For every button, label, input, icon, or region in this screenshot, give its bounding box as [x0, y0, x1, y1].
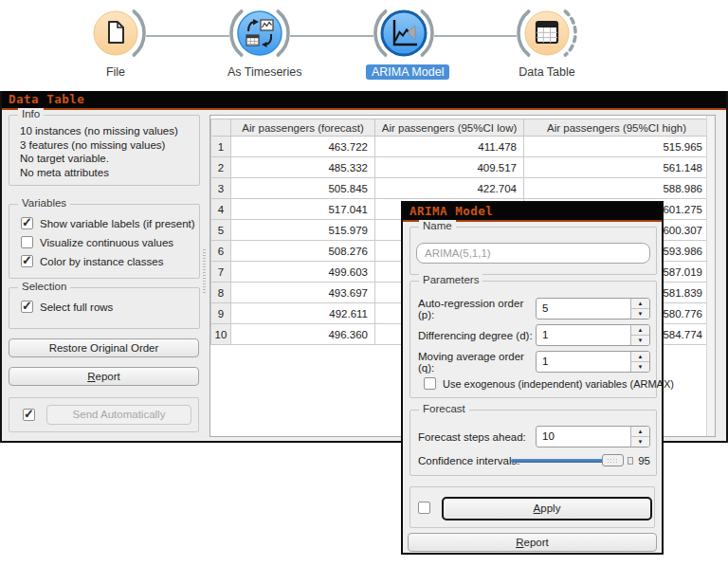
auto-regression-label: Auto-regression order (p):	[418, 298, 536, 320]
cell-forecast[interactable]: 508.276	[231, 241, 375, 262]
row-header[interactable]: 2	[211, 157, 231, 178]
cell-forecast[interactable]: 499.603	[231, 262, 375, 283]
data-table-window-titlebar[interactable]: Data Table	[2, 91, 726, 110]
spin-down-icon[interactable]: ▼	[631, 362, 649, 372]
spin-up-icon[interactable]: ▲	[631, 427, 649, 437]
row-header[interactable]: 6	[211, 241, 231, 262]
select-full-rows-checkbox[interactable]	[21, 301, 33, 313]
cell-forecast[interactable]: 496.360	[231, 324, 375, 345]
node-label-arima-model[interactable]: ARIMA Model	[366, 64, 449, 80]
node-file[interactable]: File	[78, 6, 154, 80]
forecast-steps-row: Forecast steps ahead: 10 ▲ ▼	[418, 426, 650, 447]
node-as-timeseries[interactable]: As Timeseries	[222, 6, 298, 80]
column-header-forecast[interactable]: Air passengers (forecast)	[231, 119, 375, 137]
arima-report-button[interactable]: Report	[408, 533, 657, 552]
forecast-steps-value: 10	[537, 427, 630, 447]
moving-average-row: Moving average order (q): 1 ▲ ▼	[418, 351, 650, 373]
column-header-ci-high[interactable]: Air passengers (95%CI high)	[524, 119, 710, 137]
send-automatically-button[interactable]: Send Automatically	[46, 405, 191, 425]
cell-forecast[interactable]: 505.845	[231, 178, 375, 199]
cell-ci-high[interactable]: 588.986	[524, 178, 710, 199]
node-label-as-timeseries[interactable]: As Timeseries	[222, 64, 308, 80]
cell-ci-high[interactable]: 515.965	[524, 137, 710, 157]
info-line-features: 3 features (no missing values)	[20, 138, 199, 153]
table-row: 3 505.845 422.704 588.986	[211, 178, 710, 199]
forecast-steps-label: Forecast steps ahead:	[418, 431, 526, 443]
selection-group-title: Selection	[18, 281, 70, 292]
data-table-icon	[509, 6, 585, 63]
slider-endcap	[628, 457, 633, 465]
row-header[interactable]: 10	[211, 324, 231, 345]
restore-original-order-button[interactable]: Restore Original Order	[9, 338, 199, 357]
node-label-file[interactable]: File	[100, 64, 131, 80]
spin-down-icon[interactable]: ▼	[631, 309, 649, 319]
cell-forecast[interactable]: 517.041	[231, 199, 375, 220]
row-header[interactable]: 7	[211, 262, 231, 283]
apply-automatically-checkbox[interactable]	[418, 502, 430, 514]
forecast-groupbox: Forecast Forecast steps ahead: 10 ▲ ▼ Co…	[410, 410, 657, 476]
spin-up-icon[interactable]: ▲	[631, 299, 649, 309]
info-line-target: No target variable.	[20, 152, 199, 166]
confidence-intervals-label: Confidence intervals:	[418, 455, 519, 466]
cell-ci-low[interactable]: 422.704	[375, 178, 524, 199]
auto-regression-value: 5	[537, 299, 630, 319]
spin-up-icon[interactable]: ▲	[631, 352, 649, 362]
parameters-groupbox: Parameters Auto-regression order (p): 5 …	[410, 281, 657, 398]
spin-down-icon[interactable]: ▼	[631, 437, 649, 447]
armax-checkbox[interactable]	[424, 377, 436, 390]
cell-forecast[interactable]: 492.611	[231, 303, 375, 324]
node-arima-model[interactable]: ARIMA Model	[366, 6, 442, 80]
armax-option[interactable]: Use exogenous (independent) variables (A…	[424, 377, 674, 390]
cell-forecast[interactable]: 463.722	[231, 137, 375, 157]
cell-forecast[interactable]: 485.332	[231, 157, 375, 178]
color-by-class-checkbox[interactable]	[21, 255, 33, 267]
visualize-continuous-option[interactable]: Visualize continuous values	[21, 236, 199, 248]
arima-dialog-titlebar[interactable]: ARIMA Model	[403, 203, 662, 222]
confidence-intervals-slider[interactable]	[511, 454, 636, 468]
cell-forecast[interactable]: 515.979	[231, 220, 375, 241]
show-variable-labels-option[interactable]: Show variable labels (if present)	[21, 217, 199, 229]
select-full-rows-option[interactable]: Select full rows	[21, 301, 199, 313]
row-header[interactable]: 3	[211, 178, 231, 199]
row-header[interactable]: 5	[211, 220, 231, 241]
arima-dialog-body: Name Parameters Auto-regression order (p…	[403, 222, 662, 553]
differencing-degree-spinbox[interactable]: 1 ▲ ▼	[536, 324, 650, 346]
table-vertical-scrollbar[interactable]	[706, 116, 715, 436]
forecast-steps-spinbox[interactable]: 10 ▲ ▼	[536, 426, 650, 447]
row-header[interactable]: 9	[211, 303, 231, 324]
selection-groupbox: Selection Select full rows	[9, 287, 200, 329]
parameters-group-title: Parameters	[419, 274, 482, 285]
link-arima-datatable[interactable]	[434, 35, 517, 37]
info-line-instances: 10 instances (no missing values)	[20, 124, 199, 138]
send-automatically-checkbox[interactable]	[23, 409, 35, 421]
moving-average-spinbox[interactable]: 1 ▲ ▼	[536, 351, 650, 373]
show-variable-labels-checkbox[interactable]	[21, 217, 33, 229]
sidebar-splitter[interactable]	[202, 110, 208, 441]
slider-handle[interactable]	[602, 454, 624, 466]
cell-ci-low[interactable]: 411.478	[375, 137, 524, 157]
name-groupbox: Name	[410, 227, 657, 275]
info-line-metas: No meta attributes	[20, 166, 199, 180]
cell-forecast[interactable]: 493.697	[231, 283, 375, 303]
link-file-timeseries[interactable]	[146, 35, 229, 37]
node-label-data-table[interactable]: Data Table	[513, 64, 581, 80]
column-header-ci-low[interactable]: Air passengers (95%CI low)	[375, 119, 524, 137]
apply-button[interactable]: Apply	[442, 497, 652, 520]
spin-down-icon[interactable]: ▼	[631, 336, 649, 345]
cell-ci-high[interactable]: 561.148	[524, 157, 710, 178]
report-button[interactable]: Report	[9, 367, 199, 386]
node-data-table[interactable]: Data Table	[509, 6, 585, 80]
row-header[interactable]: 8	[211, 283, 231, 303]
link-timeseries-arima[interactable]	[290, 35, 373, 37]
row-header[interactable]: 4	[211, 199, 231, 220]
model-name-input[interactable]	[416, 243, 650, 264]
row-header[interactable]: 1	[211, 137, 231, 157]
table-row: 2 485.332 409.517 561.148	[211, 157, 710, 178]
color-by-class-option[interactable]: Color by instance classes	[21, 255, 199, 267]
spin-up-icon[interactable]: ▲	[631, 325, 649, 336]
cell-ci-low[interactable]: 409.517	[375, 157, 524, 178]
moving-average-value: 1	[537, 352, 630, 372]
column-header-rownum[interactable]	[211, 119, 231, 137]
visualize-continuous-checkbox[interactable]	[21, 236, 33, 248]
auto-regression-spinbox[interactable]: 5 ▲ ▼	[536, 298, 650, 320]
